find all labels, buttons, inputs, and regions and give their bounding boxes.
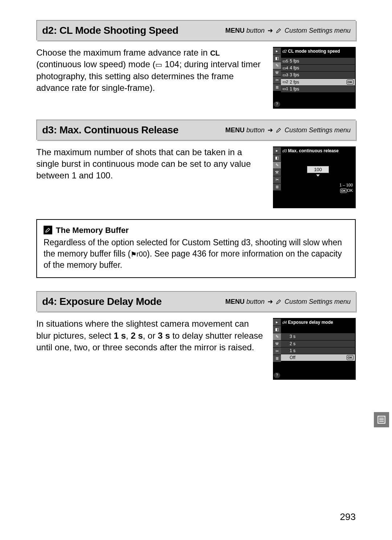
lcd-sidebar: ▸ ◧ ✎ ⚒ ✂ ≣ [273, 146, 281, 208]
lcd-option-row: 3 s [281, 333, 355, 340]
note-r00: r00 [136, 250, 147, 258]
ok-badge: OK [340, 189, 347, 193]
lcd-tab: ✎ [273, 62, 281, 69]
lcd-option-row: ▭33 fps [281, 72, 355, 78]
lcd-title: d2 CL mode shooting speed [281, 48, 355, 56]
d4-b2: 2 s [131, 331, 143, 340]
lcd-tab: ✎ [273, 162, 281, 169]
breadcrumb-d3: MENU button ➜ Custom Settings menu [225, 126, 351, 134]
lcd-tab: ≣ [273, 84, 281, 91]
lcd-tab: ≣ [273, 355, 281, 362]
help-icon: ? [274, 372, 280, 378]
lcd-tab: ✂ [273, 77, 281, 84]
arrow-icon: ➜ [268, 26, 273, 35]
lcd-main: d4 Exposure delay mode 3 s2 s1 sOffOK [281, 318, 356, 380]
lcd-option-row: 1 s [281, 347, 355, 354]
lcd-tab: ✂ [273, 348, 281, 355]
d4-c1: , [126, 331, 131, 340]
lcd-option-row: ▭22 fpsOK [281, 79, 355, 85]
lcd-tab: ▸ [273, 147, 281, 154]
breadcrumb-d2: MENU button ➜ Custom Settings menu [225, 26, 351, 35]
lcd-main: d2 CL mode shooting speed ▭55 fps▭44 fps… [281, 47, 356, 109]
book-icon: ▭ [155, 61, 162, 69]
lcd-sidebar: ▸ ◧ ✎ ⚒ ✂ ≣ ? [273, 318, 281, 380]
lcd-d3: ▸ ◧ ✎ ⚒ ✂ ≣ d3 Max. continuous release 1… [273, 146, 356, 208]
flag-icon: ⚑ [131, 251, 136, 258]
lcd-tab: ◧ [273, 154, 281, 161]
triangle-down-icon [316, 174, 320, 177]
lcd-option-row: ▭11 fps [281, 86, 355, 92]
lcd-d2: ▸ ◧ ✎ ⚒ ✂ ≣ ? d2 CL mode shooting speed … [273, 47, 356, 109]
button-word: button [246, 298, 265, 305]
lcd-option-row: ▭55 fps [281, 58, 355, 64]
section-header-d3: d3: Max. Continuous Release MENU button … [36, 120, 356, 140]
lcd-prefix: d3 [282, 149, 287, 153]
lcd-tab: ◧ [273, 55, 281, 62]
d4-text: In situations where the slightest camera… [36, 318, 266, 380]
lcd-rows: ▭55 fps▭44 fps▭33 fps▭22 fpsOK▭11 fps [281, 58, 355, 92]
arrow-icon: ➜ [268, 297, 273, 306]
lcd-option-row: OffOK [281, 354, 355, 361]
menu-label: MENU [225, 27, 245, 34]
d3-body: The maximum number of shots that can be … [36, 146, 356, 208]
lcd-sidebar: ▸ ◧ ✎ ⚒ ✂ ≣ ? [273, 47, 281, 109]
button-word: button [246, 27, 265, 34]
lcd-title-text: Exposure delay mode [288, 320, 333, 325]
cl-label: CL [210, 49, 220, 57]
section-title-d3: d3: Max. Continuous Release [42, 123, 178, 137]
note-memory-buffer: The Memory Buffer Regardless of the opti… [36, 219, 356, 278]
menu-label: MENU [225, 298, 245, 305]
pencil-badge-icon [44, 226, 52, 234]
lcd-tab: ⚒ [273, 169, 281, 176]
d3-para: The maximum number of shots that can be … [36, 146, 266, 182]
lcd-tab: ◧ [273, 326, 281, 333]
note-text: Regardless of the option selected for Cu… [44, 237, 348, 271]
lcd-prefix: d4 [282, 320, 287, 325]
lcd-tab: ≣ [273, 184, 281, 190]
menu-label: MENU [225, 126, 245, 134]
d2-body: Choose the maximum frame advance rate in… [36, 47, 356, 109]
section-title-d4: d4: Exposure Delay Mode [42, 295, 162, 309]
page-number: 293 [340, 511, 356, 523]
menu-name: Custom Settings menu [285, 297, 351, 306]
lcd-tab: ⚒ [273, 69, 281, 76]
section-header-d2: d2: CL Mode Shooting Speed MENU button ➜… [36, 20, 356, 40]
lcd-rows: 3 s2 s1 sOffOK [281, 333, 355, 361]
pencil-icon [276, 299, 282, 305]
lcd-prefix: d2 [282, 49, 287, 53]
menu-name: Custom Settings menu [285, 126, 351, 134]
ok-text: OK [347, 188, 353, 193]
breadcrumb-d4: MENU button ➜ Custom Settings menu [225, 297, 351, 306]
pencil-icon [276, 28, 282, 33]
lcd-main: d3 Max. continuous release 100 1 – 100 O… [281, 146, 356, 208]
note-title-text: The Memory Buffer [56, 225, 128, 236]
arrow-icon: ➜ [268, 126, 273, 134]
lcd-ok: OKOK [281, 188, 355, 193]
lcd-tab: ⚒ [273, 340, 281, 347]
pencil-icon [276, 127, 282, 133]
lcd-option-row: 2 s [281, 340, 355, 347]
d4-body: In situations where the slightest camera… [36, 318, 356, 380]
button-word: button [246, 126, 265, 134]
lcd-value: 100 [307, 166, 329, 173]
section-header-d4: d4: Exposure Delay Mode MENU button ➜ Cu… [36, 291, 356, 311]
d2-text-2: (continuous low speed) mode ( [36, 59, 155, 69]
lcd-tab: ✎ [273, 333, 281, 340]
lcd-title: d4 Exposure delay mode [281, 319, 355, 327]
lcd-tab: ▸ [273, 48, 281, 55]
page-section-badge [374, 412, 389, 427]
note-title: The Memory Buffer [44, 225, 348, 236]
lcd-title: d3 Max. continuous release [281, 147, 355, 155]
d2-text-1: Choose the maximum frame advance rate in [36, 48, 210, 57]
menu-name: Custom Settings menu [285, 26, 351, 35]
lcd-tab: ✂ [273, 176, 281, 183]
lcd-title-text: Max. continuous release [288, 148, 339, 153]
section-title-d2: d2: CL Mode Shooting Speed [42, 24, 178, 37]
lcd-title-text: CL mode shooting speed [288, 49, 340, 54]
d4-c2: , or [143, 331, 158, 340]
help-icon: ? [274, 101, 280, 107]
lcd-option-row: ▭44 fps [281, 65, 355, 71]
d2-text: Choose the maximum frame advance rate in… [36, 47, 266, 109]
lcd-tab: ▸ [273, 319, 281, 326]
d4-b3: 3 s [158, 331, 170, 340]
